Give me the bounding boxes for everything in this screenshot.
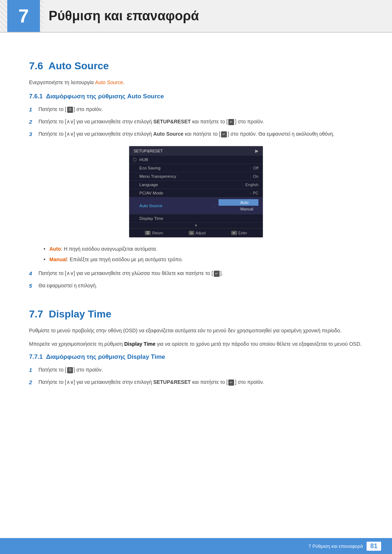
- menu-icon: ☰: [67, 107, 73, 112]
- chapter-title: Ρύθμιση και επαναφορά: [49, 8, 199, 24]
- footer-return: ☰ Return: [145, 231, 163, 235]
- monitor-title: SETUP&RESET: [134, 149, 163, 153]
- footer-page-number: 81: [367, 542, 381, 551]
- enter-icon-771: ↵: [228, 379, 234, 385]
- monitor-header: SETUP&RESET ▶: [129, 146, 263, 156]
- section-77-heading: Display Time: [49, 308, 111, 320]
- bullet-list-761: Auto: Η πηγή εισόδου αναγνωρίζεται αυτόμ…: [44, 245, 363, 263]
- enter-icon-2: ↵: [228, 119, 234, 125]
- steps-761: 1 Πατήστε το [☰] στο προϊόν. 2 Πατήστε τ…: [29, 105, 363, 139]
- monitor-screenshot: SETUP&RESET ▶ HUB Eco Saving : Off: [129, 146, 263, 238]
- footer-chapter-ref: 7 Ρύθμιση και επαναφορά: [309, 543, 363, 549]
- menu-row-displaytime: Display Time: [129, 214, 263, 223]
- section-77-title: 7.7 Display Time: [29, 308, 363, 320]
- option-manual: Manual: [219, 206, 258, 212]
- chapter-banner: 7 Ρύθμιση και επαναφορά: [0, 0, 392, 33]
- step-761-5: 5 Θα εφαρμοστεί η επιλογή.: [29, 282, 363, 290]
- enter-icon-4: ↵: [214, 271, 220, 276]
- footer-enter: ↵ Enter: [231, 231, 247, 235]
- monitor-screenshot-container: SETUP&RESET ▶ HUB Eco Saving : Off: [29, 146, 363, 238]
- step-771-2: 2 Πατήστε το [∧∨] για να μετακινηθείτε σ…: [29, 378, 363, 387]
- step-761-4: 4 Πατήστε το [∧∨] για να μετακινηθείτε σ…: [29, 269, 363, 278]
- section-76: 7.6 Auto Source Ενεργοποιήστε τη λειτουρ…: [29, 60, 363, 290]
- bullet-manual: Manual: Επιλέξτε μια πηγή εισόδου με μη …: [44, 255, 363, 263]
- steps-771: 1 Πατήστε το [☰] στο προϊόν. 2 Πατήστε τ…: [29, 366, 363, 387]
- menu-rows: HUB Eco Saving : Off Menu Transperency :: [129, 156, 263, 228]
- step-761-1: 1 Πατήστε το [☰] στο προϊόν.: [29, 105, 363, 114]
- scroll-down-indicator: ▼: [129, 223, 263, 228]
- section-76-title: 7.6 Auto Source: [29, 60, 363, 72]
- step-771-1: 1 Πατήστε το [☰] στο προϊόν.: [29, 366, 363, 374]
- menu-row-language: Language : English: [129, 181, 263, 189]
- section-76-heading: Auto Source: [48, 60, 109, 71]
- subsection-761-title: 7.6.1 Διαμόρφωση της ρύθμισης Auto Sourc…: [29, 93, 363, 100]
- monitor-body: HUB Eco Saving : Off Menu Transperency :: [129, 156, 263, 228]
- section-77: 7.7 Display Time Ρυθμίστε το μενού προβο…: [29, 308, 363, 387]
- option-auto: Auto: [219, 199, 258, 206]
- section-77-para2: Μπορείτε να χρησιμοποιήσετε τη ρύθμιση D…: [29, 340, 363, 348]
- section-76-intro: Ενεργοποιήστε τη λειτουργία Auto Source.: [29, 78, 363, 86]
- main-content: 7.6 Auto Source Ενεργοποιήστε τη λειτουρ…: [0, 33, 392, 422]
- steps-761-after: 4 Πατήστε το [∧∨] για να μετακινηθείτε σ…: [29, 269, 363, 290]
- bullet-auto: Auto: Η πηγή εισόδου αναγνωρίζεται αυτόμ…: [44, 245, 363, 253]
- adjust-icon: ◇: [189, 231, 194, 235]
- step-761-3: 3 Πατήστε το [∧∨] για να μετακινηθείτε σ…: [29, 130, 363, 139]
- footer-adjust: ◇ Adjust: [189, 231, 206, 235]
- menu-row-pcav: PC/AV Mode : PC: [129, 189, 263, 197]
- chapter-number: 7: [7, 0, 40, 32]
- section-77-number: 7.7: [29, 308, 43, 320]
- return-icon: ☰: [145, 231, 151, 235]
- autosource-dropdown: Auto Manual: [219, 199, 258, 212]
- menu-icon-771: ☰: [67, 367, 73, 373]
- enter-icon-footer: ↵: [231, 231, 237, 235]
- section-77-para1: Ρυθμίστε το μενού προβολής στην οθόνη (O…: [29, 327, 363, 335]
- page-footer: 7 Ρύθμιση και επαναφορά 81: [0, 538, 392, 554]
- enter-icon-3: ↵: [221, 131, 227, 137]
- section-76-number: 7.6: [29, 60, 43, 71]
- menu-row-autosource: Auto Source : Auto Manual: [129, 197, 263, 214]
- menu-row-menu-trans: Menu Transperency : On: [129, 172, 263, 181]
- monitor-footer: ☰ Return ◇ Adjust ↵ Enter: [129, 228, 263, 237]
- menu-row-hub: HUB: [129, 156, 263, 164]
- subsection-771-title: 7.7.1 Διαμόρφωση της ρύθμισης Display Ti…: [29, 353, 363, 361]
- monitor-arrow: ▶: [255, 148, 258, 153]
- step-761-2: 2 Πατήστε το [∧∨] για να μετακινηθείτε σ…: [29, 118, 363, 126]
- menu-row-eco: Eco Saving : Off: [129, 164, 263, 172]
